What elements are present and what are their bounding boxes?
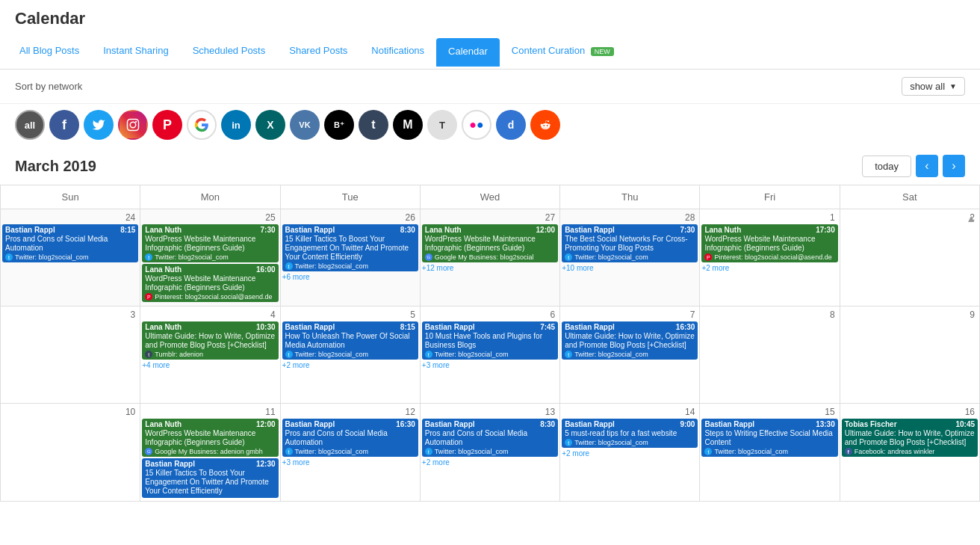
cal-cell-mar10: 10 — [1, 404, 140, 502]
event-item[interactable]: Bastian Rappl 8:15 How To Unleash The Po… — [282, 321, 418, 360]
event-item[interactable]: Lana Nuth 16:00 WordPress Website Mainte… — [142, 264, 278, 302]
show-all-button[interactable]: show all ▼ — [902, 77, 965, 96]
network-typepad[interactable]: T — [427, 110, 457, 140]
cal-cell-mar04: 4 Lana Nuth 10:30 Ultimate Guide: How to… — [140, 307, 280, 404]
event-item[interactable]: Bastian Rappl 16:30 Pros and Cons of Soc… — [282, 419, 418, 457]
date-number: 7 — [562, 308, 698, 321]
date-number: 11 — [142, 405, 278, 419]
event-item[interactable]: Bastian Rappl 8:15 Pros and Cons of Soci… — [2, 224, 138, 262]
event-item[interactable]: Bastian Rappl 8:30 15 Killer Tactics To … — [282, 224, 418, 271]
network-google[interactable] — [187, 110, 217, 140]
network-linkedin[interactable]: in — [221, 110, 251, 140]
network-xing[interactable]: X — [255, 110, 285, 140]
svg-rect-0 — [128, 120, 139, 131]
date-number: 8 — [701, 308, 837, 321]
network-flickr[interactable]: ●● — [462, 110, 491, 140]
more-events-link[interactable]: +12 more — [422, 264, 558, 272]
network-icons: all f P in X VK B⁺ t M T ●● d — [0, 104, 980, 147]
event-item[interactable]: Tobias Fischer 10:45 Ultimate Guide: How… — [842, 419, 978, 457]
cal-cell-mar14: 14 Bastian Rappl 9:00 5 must-read tips f… — [560, 404, 700, 502]
tab-content-curation[interactable]: Content Curation NEW — [500, 34, 626, 69]
network-delicious[interactable]: d — [496, 110, 526, 140]
calendar-navigation: today ‹ › — [862, 155, 965, 177]
page-wrapper: Calendar All Blog Posts Instant Sharing … — [0, 0, 980, 545]
event-item[interactable]: Bastian Rappl 13:30 Steps to Writing Eff… — [701, 419, 837, 457]
next-month-button[interactable]: › — [943, 155, 965, 177]
more-events-link[interactable]: +2 more — [282, 361, 418, 369]
new-badge: NEW — [591, 47, 614, 56]
tumblr-icon: t — [145, 351, 152, 358]
event-item[interactable]: Lana Nuth 7:30 WordPress Website Mainten… — [142, 224, 278, 262]
show-all-label: show all — [910, 81, 945, 92]
date-number: 15 — [701, 405, 837, 419]
event-item[interactable]: Lana Nuth 12:00 WordPress Website Mainte… — [142, 419, 278, 457]
cal-cell-mar16: 16 Tobias Fischer 10:45 Ultimate Guide: … — [840, 404, 980, 502]
event-item[interactable]: Bastian Rappl 16:30 Ultimate Guide: How … — [562, 321, 698, 360]
tab-shared-posts[interactable]: Shared Posts — [277, 34, 359, 69]
twitter-icon: t — [285, 448, 293, 455]
today-button[interactable]: today — [862, 156, 911, 177]
tab-instant-sharing[interactable]: Instant Sharing — [91, 34, 180, 69]
cal-cell-mar07: 7 Bastian Rappl 16:30 Ultimate Guide: Ho… — [560, 307, 700, 404]
network-facebook[interactable]: f — [49, 110, 79, 140]
twitter-icon: t — [425, 448, 432, 455]
tab-scheduled-posts[interactable]: Scheduled Posts — [181, 34, 278, 69]
more-events-link[interactable]: +2 more — [701, 264, 837, 272]
date-number: 3 — [2, 308, 138, 321]
twitter-icon: t — [145, 253, 152, 261]
network-pinterest[interactable]: P — [152, 110, 182, 140]
network-medium[interactable]: M — [393, 110, 423, 140]
calendar-week-1: 24 Bastian Rappl 8:15 Pros and Cons of S… — [1, 209, 980, 307]
calendar-month: March 2019 — [15, 158, 96, 175]
day-header-tue: Tue — [281, 185, 421, 209]
event-item[interactable]: Lana Nuth 10:30 Ultimate Guide: How to W… — [142, 321, 278, 360]
day-header-wed: Wed — [421, 185, 560, 209]
more-events-link[interactable]: +2 more — [562, 449, 698, 458]
tab-calendar[interactable]: Calendar — [436, 38, 500, 67]
event-item[interactable]: Lana Nuth 12:00 WordPress Website Mainte… — [422, 224, 558, 262]
pinterest-icon: P — [704, 253, 712, 261]
cal-cell-mar11: 11 Lana Nuth 12:00 WordPress Website Mai… — [140, 404, 280, 502]
network-bloglovin[interactable]: B⁺ — [324, 110, 354, 140]
day-header-thu: Thu — [560, 185, 700, 209]
twitter-icon: t — [704, 448, 712, 455]
network-all[interactable]: all — [15, 110, 45, 140]
event-item[interactable]: Bastian Rappl 12:30 15 Killer Tactics To… — [142, 458, 278, 498]
pinterest-icon: P — [145, 293, 152, 301]
date-number: 26 — [282, 211, 418, 224]
twitter-icon: t — [285, 262, 293, 270]
network-twitter[interactable] — [84, 110, 114, 140]
day-header-sat: Sat — [840, 185, 980, 209]
svg-point-2 — [135, 121, 137, 123]
event-item[interactable]: Bastian Rappl 8:30 Pros and Cons of Soci… — [422, 419, 558, 457]
more-events-link[interactable]: +3 more — [282, 458, 418, 467]
date-number: 14 — [562, 405, 698, 419]
twitter-icon: t — [565, 351, 572, 358]
date-number: 25 — [142, 211, 278, 224]
event-item[interactable]: Bastian Rappl 9:00 5 must-read tips for … — [562, 419, 698, 448]
network-instagram[interactable] — [118, 110, 148, 140]
network-vk[interactable]: VK — [290, 110, 320, 140]
tab-all-blog-posts[interactable]: All Blog Posts — [7, 34, 91, 69]
cal-cell-mar15: 15 Bastian Rappl 13:30 Steps to Writing … — [700, 404, 840, 502]
cal-cell-mar13: 13 Bastian Rappl 8:30 Pros and Cons of S… — [421, 404, 560, 502]
event-item[interactable]: Lana Nuth 17:30 WordPress Website Mainte… — [701, 224, 837, 262]
twitter-icon: t — [565, 253, 572, 261]
page-title: Calendar — [0, 0, 980, 34]
cal-cell-mar05: 5 Bastian Rappl 8:15 How To Unleash The … — [281, 307, 421, 404]
more-events-link[interactable]: +10 more — [562, 264, 698, 272]
more-events-link[interactable]: +2 more — [422, 458, 558, 467]
more-events-link[interactable]: +4 more — [142, 361, 278, 369]
prev-month-button[interactable]: ‹ — [916, 155, 938, 177]
tab-notifications[interactable]: Notifications — [359, 34, 436, 69]
event-item[interactable]: Bastian Rappl 7:30 The Best Social Netwo… — [562, 224, 698, 262]
more-events-link[interactable]: +6 more — [282, 273, 418, 281]
network-reddit[interactable] — [530, 110, 560, 140]
google-icon: G — [425, 253, 432, 261]
more-events-link[interactable]: +3 more — [422, 361, 558, 369]
network-tumblr[interactable]: t — [359, 110, 388, 140]
event-item[interactable]: Bastian Rappl 7:45 10 Must Have Tools an… — [422, 321, 558, 360]
scroll-indicator: ▲ — [966, 212, 976, 224]
date-number: 5 — [282, 308, 418, 321]
twitter-icon: t — [285, 351, 293, 358]
